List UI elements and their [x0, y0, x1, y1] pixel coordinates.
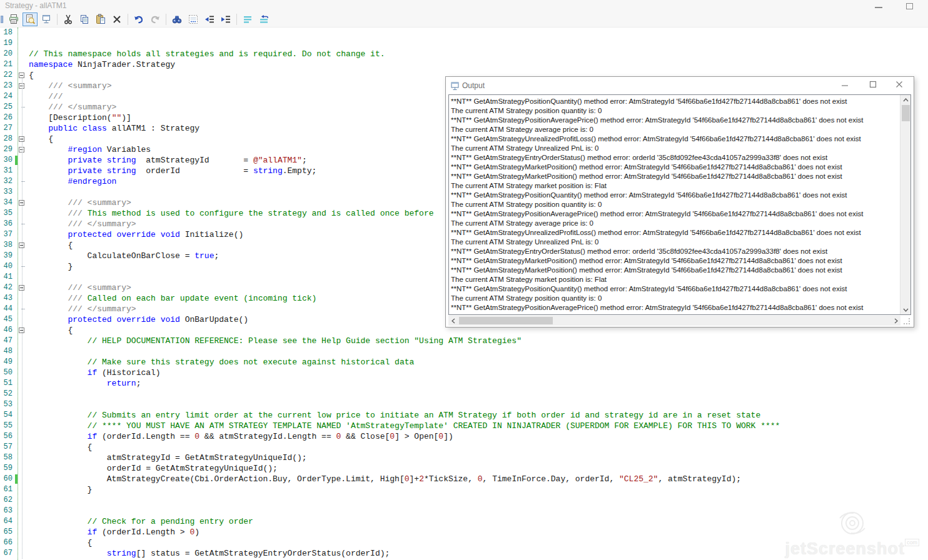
output-close-button[interactable] — [890, 81, 909, 91]
output-vertical-scrollbar[interactable] — [900, 95, 910, 314]
code-line[interactable]: 47 // HELP DOCUMENTATION REFERENCE: Plea… — [0, 336, 928, 346]
code-line[interactable]: 55 // **** YOU MUST HAVE AN ATM STRATEGY… — [0, 421, 928, 431]
output-log-line: The current ATM Strategy position quanti… — [451, 200, 898, 209]
line-number: 24 — [0, 91, 15, 102]
code-line[interactable]: 50 if (Historical) — [0, 368, 928, 378]
output-log-line: **NT** GetAtmStrategyMarketPosition() me… — [451, 162, 898, 172]
code-line[interactable]: 18 — [0, 28, 928, 38]
window-minimize-button[interactable] — [870, 2, 887, 11]
comment-selection-icon[interactable] — [240, 12, 255, 26]
code-line[interactable]: 20// This namespace holds all strategies… — [0, 49, 928, 59]
fold-toggle[interactable] — [19, 72, 24, 78]
find-icon[interactable] — [169, 12, 184, 26]
line-number: 50 — [0, 368, 15, 378]
line-number: 59 — [0, 463, 15, 474]
code-text — [26, 272, 29, 282]
line-number: 33 — [0, 187, 15, 198]
code-line[interactable]: 51 return; — [0, 378, 928, 389]
line-number: 43 — [0, 293, 15, 304]
output-minimize-button[interactable] — [835, 81, 854, 91]
code-line[interactable]: 63 — [0, 506, 928, 516]
delete-icon[interactable] — [109, 12, 124, 26]
indent-icon[interactable] — [218, 12, 233, 26]
toolbar-separator — [57, 14, 58, 25]
line-number: 55 — [0, 421, 15, 431]
print-preview-icon[interactable] — [23, 12, 38, 26]
code-text — [26, 38, 29, 49]
outdent-icon[interactable] — [202, 12, 217, 26]
code-line[interactable]: 56 if (orderId.Length == 0 && atmStrateg… — [0, 431, 928, 442]
cut-icon[interactable] — [61, 12, 76, 26]
code-line[interactable]: 21namespace NinjaTrader.Strategy — [0, 59, 928, 70]
fold-margin — [18, 28, 26, 38]
output-window-icon[interactable] — [39, 12, 54, 26]
scroll-up-icon[interactable] — [900, 95, 911, 104]
line-number: 53 — [0, 399, 15, 410]
output-horizontal-scrollbar[interactable] — [448, 316, 900, 326]
line-number: 23 — [0, 81, 15, 91]
line-number: 39 — [0, 251, 15, 261]
code-text: return; — [26, 378, 141, 389]
code-text: { — [26, 325, 73, 336]
output-log-line: **NT** GetAtmStrategyMarketPosition() me… — [451, 172, 898, 181]
window-maximize-button[interactable] — [902, 2, 918, 11]
redo-icon[interactable] — [148, 12, 163, 26]
code-text: if (orderId.Length == 0 && atmStrategyId… — [26, 431, 453, 442]
code-line[interactable]: 64 // Check for a pending entry order — [0, 516, 928, 527]
line-number: 54 — [0, 410, 15, 421]
code-line[interactable]: 54 // Submits an entry limit order at th… — [0, 410, 928, 421]
output-log[interactable]: **NT** GetAtmStrategyPositionQuantity() … — [448, 94, 911, 315]
code-line[interactable]: 62 — [0, 495, 928, 506]
code-text: orderId = GetAtmStrategyUniqueId(); — [26, 463, 278, 474]
code-line[interactable]: 58 atmStrategyId = GetAtmStrategyUniqueI… — [0, 452, 928, 463]
line-number: 66 — [0, 538, 15, 548]
scroll-right-icon[interactable] — [891, 316, 900, 326]
code-line[interactable]: 48 — [0, 346, 928, 357]
vertical-scroll-thumb[interactable] — [902, 105, 910, 121]
line-number: 48 — [0, 346, 15, 357]
code-text: /// This method is used to configure the… — [26, 208, 434, 219]
code-text: } — [26, 484, 92, 495]
code-line[interactable]: 67 string[] status = GetAtmStrategyEntry… — [0, 548, 928, 559]
output-log-line: **NT** GetAtmStrategyPositionAveragePric… — [451, 116, 898, 125]
output-log-line: **NT** GetAtmStrategyEntryOrderStatus() … — [451, 153, 898, 162]
code-line[interactable]: 59 orderId = GetAtmStrategyUniqueId(); — [0, 463, 928, 474]
code-line[interactable]: 57 { — [0, 442, 928, 452]
code-text — [26, 399, 29, 410]
code-line[interactable]: 52 — [0, 389, 928, 399]
output-maximize-button[interactable] — [864, 81, 882, 91]
whitespace-icon[interactable] — [186, 12, 201, 26]
undo-icon[interactable] — [131, 12, 146, 26]
code-line[interactable]: 49 // Make sure this strategy does not e… — [0, 357, 928, 368]
horizontal-scroll-thumb[interactable] — [459, 317, 553, 324]
line-number: 67 — [0, 548, 15, 559]
uncomment-selection-icon[interactable] — [256, 12, 271, 26]
code-line[interactable]: 61 } — [0, 484, 928, 495]
resize-grip[interactable] — [901, 316, 911, 326]
line-number: 27 — [0, 123, 15, 134]
code-text: /// Called on each bar update event (inc… — [26, 293, 316, 304]
scroll-left-icon[interactable] — [448, 316, 458, 326]
clipped-icon — [0, 12, 5, 26]
code-line[interactable]: 53 — [0, 399, 928, 410]
fold-margin — [18, 49, 26, 59]
code-text: /// <summary> — [26, 282, 131, 293]
code-line[interactable]: 60 AtmStrategyCreate(Cbi.OrderAction.Buy… — [0, 474, 928, 484]
code-line[interactable]: 65 if (orderId.Length > 0) — [0, 527, 928, 538]
code-text: /// </summary> — [26, 219, 136, 229]
paste-icon[interactable] — [93, 12, 108, 26]
code-text — [26, 389, 29, 399]
line-number: 18 — [0, 28, 15, 38]
line-number: 64 — [0, 516, 15, 527]
scroll-down-icon[interactable] — [900, 305, 911, 314]
code-text: atmStrategyId = GetAtmStrategyUniqueId()… — [26, 452, 307, 463]
line-number: 35 — [0, 208, 15, 219]
output-window[interactable]: Output **NT** GetAtmStrategyPositionQuan… — [445, 76, 914, 328]
code-text — [26, 187, 29, 198]
print-icon[interactable] — [6, 12, 21, 26]
code-text: /// — [26, 91, 63, 102]
copy-icon[interactable] — [77, 12, 92, 26]
code-line[interactable]: 19 — [0, 38, 928, 49]
code-line[interactable]: 66 { — [0, 538, 928, 548]
output-titlebar[interactable]: Output — [446, 77, 914, 94]
